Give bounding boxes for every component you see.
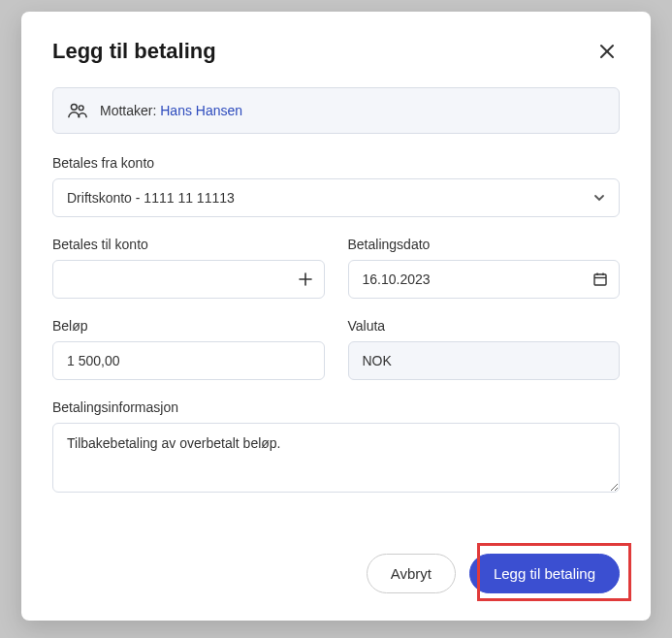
svg-point-2	[71, 104, 77, 110]
add-payment-modal: Legg til betaling Mottaker: Hans Hansen …	[21, 12, 651, 621]
add-account-button[interactable]	[298, 271, 313, 287]
amount-group: Beløp	[52, 318, 325, 380]
payment-date-input[interactable]	[348, 260, 621, 299]
to-account-label: Betales til konto	[52, 237, 325, 252]
info-label: Betalingsinformasjon	[52, 399, 620, 415]
close-button[interactable]	[594, 39, 620, 64]
currency-label: Valuta	[348, 318, 621, 334]
payment-date-label: Betalingsdato	[348, 237, 621, 252]
modal-footer: Avbryt Legg til betaling	[52, 530, 620, 593]
svg-point-3	[79, 106, 83, 111]
recipient-label: Mottaker: Hans Hansen	[100, 103, 242, 118]
amount-input[interactable]	[52, 341, 325, 380]
currency-input	[348, 341, 621, 380]
people-icon	[67, 100, 88, 121]
info-group: Betalingsinformasjon Tilbakebetaling av …	[52, 399, 620, 496]
to-account-input[interactable]	[52, 260, 325, 299]
from-account-group: Betales fra konto	[52, 155, 620, 217]
plus-icon	[298, 271, 313, 287]
recipient-box: Mottaker: Hans Hansen	[52, 87, 620, 134]
calendar-button[interactable]	[592, 271, 608, 287]
from-account-input[interactable]	[52, 178, 620, 217]
cancel-button[interactable]: Avbryt	[367, 554, 456, 593]
currency-group: Valuta	[348, 318, 621, 380]
amount-label: Beløp	[52, 318, 325, 334]
recipient-name: Hans Hansen	[160, 103, 242, 118]
info-textarea[interactable]: Tilbakebetaling av overbetalt beløp.	[52, 423, 620, 493]
close-icon	[598, 43, 616, 60]
svg-rect-6	[594, 274, 606, 285]
calendar-icon	[592, 271, 608, 287]
modal-header: Legg til betaling	[52, 39, 620, 64]
from-account-select[interactable]	[52, 178, 620, 217]
from-account-label: Betales fra konto	[52, 155, 620, 171]
modal-title: Legg til betaling	[52, 39, 216, 64]
submit-button[interactable]: Legg til betaling	[469, 554, 620, 593]
to-account-group: Betales til konto	[52, 237, 325, 299]
recipient-label-text: Mottaker:	[100, 103, 156, 118]
payment-date-group: Betalingsdato	[348, 237, 621, 299]
